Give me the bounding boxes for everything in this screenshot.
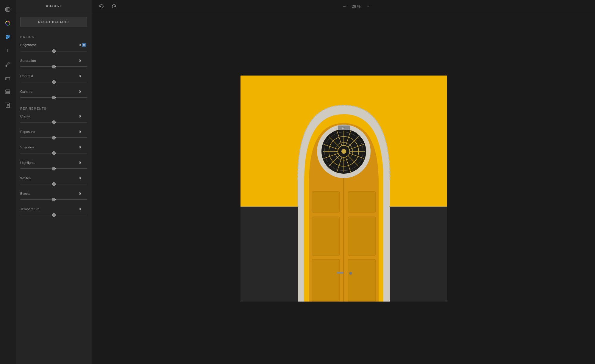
basics-section-label: BASICS xyxy=(15,32,92,41)
toolbar: − 26 % + xyxy=(92,0,595,13)
temperature-slider-group: Temperature0 xyxy=(15,205,92,221)
temperature-slider[interactable] xyxy=(20,212,87,218)
exposure-slider-group: Exposure0 xyxy=(15,128,92,144)
main-area: − 26 % + xyxy=(92,0,595,364)
redo-button[interactable] xyxy=(110,2,118,11)
brightness-label: Brightness xyxy=(20,43,36,47)
clarity-slider-group: Clarity0 xyxy=(15,113,92,128)
blacks-thumb[interactable] xyxy=(52,198,56,201)
contrast-thumb[interactable] xyxy=(52,80,56,84)
contrast-value: 0 xyxy=(79,74,87,78)
clarity-slider[interactable] xyxy=(20,119,87,125)
saturation-thumb[interactable] xyxy=(52,65,56,68)
gamma-label: Gamma xyxy=(20,90,32,93)
highlights-thumb[interactable] xyxy=(52,167,56,170)
contrast-label: Contrast xyxy=(20,74,33,78)
page-icon[interactable] xyxy=(2,99,14,111)
eraser-icon[interactable] xyxy=(2,72,14,84)
svg-rect-29 xyxy=(312,259,340,302)
saturation-slider[interactable] xyxy=(20,64,87,70)
gamma-value: 0 xyxy=(79,90,87,93)
whites-thumb[interactable] xyxy=(52,182,56,186)
svg-rect-31 xyxy=(337,272,344,274)
reset-default-button[interactable]: RESET DEFAULT xyxy=(20,17,87,27)
shadows-slider[interactable] xyxy=(20,150,87,156)
basics-sliders: Brightness0⊞Saturation0Contrast0Gamma0 xyxy=(15,41,92,103)
svg-point-9 xyxy=(6,37,7,39)
brightness-thumb[interactable] xyxy=(52,49,56,53)
svg-point-7 xyxy=(8,36,9,38)
contrast-slider-group: Contrast0 xyxy=(15,73,92,88)
blacks-label: Blacks xyxy=(20,192,30,195)
layers-icon[interactable] xyxy=(2,86,14,98)
exposure-slider[interactable] xyxy=(20,135,87,141)
whites-slider[interactable] xyxy=(20,181,87,187)
svg-rect-26 xyxy=(348,192,376,212)
refinements-section-label: REFINEMENTS xyxy=(15,103,92,113)
svg-point-5 xyxy=(6,35,8,37)
gamma-slider-group: Gamma0 xyxy=(15,88,92,103)
svg-rect-52 xyxy=(390,206,447,302)
svg-rect-16 xyxy=(6,91,10,92)
whites-slider-group: Whites0 xyxy=(15,175,92,190)
svg-rect-51 xyxy=(241,206,298,302)
adjust-icon[interactable] xyxy=(2,4,14,15)
shadows-value: 0 xyxy=(79,145,87,149)
svg-rect-15 xyxy=(6,90,10,91)
svg-rect-27 xyxy=(312,217,340,255)
highlights-label: Highlights xyxy=(20,161,35,164)
zoom-value: 26 % xyxy=(350,4,362,9)
exposure-value: 0 xyxy=(79,130,87,134)
gamma-thumb[interactable] xyxy=(52,96,56,99)
zoom-out-button[interactable]: − xyxy=(341,3,348,10)
svg-point-32 xyxy=(349,272,352,275)
adjust-panel: ADJUST RESET DEFAULT BASICS Brightness0⊞… xyxy=(15,0,92,364)
brightness-value: 0⊞ xyxy=(79,43,87,47)
highlights-value: 0 xyxy=(79,161,87,164)
saturation-slider-group: Saturation0 xyxy=(15,57,92,73)
shadows-thumb[interactable] xyxy=(52,151,56,155)
clarity-label: Clarity xyxy=(20,114,30,118)
image-container: 14L xyxy=(241,76,447,302)
contrast-slider[interactable] xyxy=(20,79,87,85)
canvas-area: 14L xyxy=(92,13,595,364)
shadows-label: Shadows xyxy=(20,145,34,149)
brightness-slider-group: Brightness0⊞ xyxy=(15,41,92,57)
sliders-icon[interactable] xyxy=(2,31,14,43)
svg-rect-25 xyxy=(312,192,340,212)
brush-icon[interactable] xyxy=(2,58,14,70)
clarity-thumb[interactable] xyxy=(52,120,56,124)
exposure-label: Exposure xyxy=(20,130,35,134)
blacks-value: 0 xyxy=(79,192,87,195)
blacks-slider-group: Blacks0 xyxy=(15,190,92,205)
svg-point-45 xyxy=(341,149,346,154)
clarity-value: 0 xyxy=(79,114,87,118)
saturation-value: 0 xyxy=(79,59,87,62)
brightness-edit-icon[interactable]: ⊞ xyxy=(82,43,86,47)
svg-rect-28 xyxy=(348,217,376,255)
shadows-slider-group: Shadows0 xyxy=(15,144,92,159)
zoom-controls: − 26 % + xyxy=(341,3,372,10)
temperature-value: 0 xyxy=(79,207,87,211)
exposure-thumb[interactable] xyxy=(52,136,56,139)
whites-value: 0 xyxy=(79,176,87,180)
svg-point-12 xyxy=(6,65,7,67)
highlights-slider-group: Highlights0 xyxy=(15,159,92,175)
panel-title: ADJUST xyxy=(15,0,92,12)
whites-label: Whites xyxy=(20,176,31,180)
refinements-sliders: Clarity0Exposure0Shadows0Highlights0Whit… xyxy=(15,113,92,221)
saturation-label: Saturation xyxy=(20,59,36,62)
blacks-slider[interactable] xyxy=(20,197,87,203)
highlights-slider[interactable] xyxy=(20,166,87,172)
brightness-slider[interactable] xyxy=(20,48,87,54)
gamma-slider[interactable] xyxy=(20,95,87,101)
text-icon[interactable] xyxy=(2,45,14,57)
undo-button[interactable] xyxy=(97,2,106,11)
svg-rect-17 xyxy=(6,93,10,94)
zoom-in-button[interactable]: + xyxy=(365,3,372,10)
svg-rect-13 xyxy=(6,77,10,80)
color-wheel-icon[interactable] xyxy=(2,17,14,29)
svg-rect-30 xyxy=(348,259,376,302)
temperature-thumb[interactable] xyxy=(52,213,56,217)
photo-canvas: 14L xyxy=(241,76,447,302)
